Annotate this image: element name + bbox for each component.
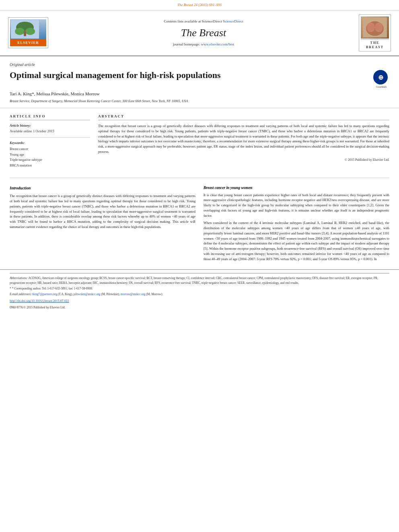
svg-point-8: [375, 23, 383, 32]
sciencedirect-line: Contents lists available at ScienceDirec…: [48, 19, 359, 24]
email-pilewskie-name: (M. Pilewskie),: [101, 292, 120, 296]
divider: [10, 137, 90, 138]
homepage-link[interactable]: www.elsevier.com/brst: [201, 42, 234, 46]
email-label: E-mail addresses:: [10, 292, 31, 296]
keywords-label: Keywords:: [10, 141, 90, 146]
breast-cancer-para-1: It is clear that young breast cancer pat…: [204, 193, 389, 218]
introduction-heading: Introduction: [10, 185, 195, 191]
body-left-col: Introduction The recognition that breast…: [10, 185, 195, 264]
abbreviations-label: Abbreviations:: [10, 276, 28, 280]
years-text: years: [362, 226, 369, 230]
journal-header: ELSEVIER Contents lists available at Sci…: [0, 10, 399, 56]
corresponding-line: * * Corresponding author. Tel: 1-617-632…: [10, 286, 389, 291]
breast-logo-text: THE BREAST: [361, 39, 389, 49]
journal-title: The Breast: [48, 26, 359, 40]
keyword-4: BRCA mutation: [10, 163, 90, 168]
article-info-abstract-area: ARTICLE INFO Article history: Available …: [0, 108, 399, 174]
email-morrow-name: (M. Morrow).: [146, 292, 163, 296]
section-divider: [10, 178, 389, 178]
breast-cancer-para-2: When considered in the context of the 4 …: [204, 220, 389, 261]
email-pilewskie-link[interactable]: pilewskm@mskcc.org: [74, 292, 101, 296]
abbreviations-text: ACDSOG, American college of surgeons onc…: [10, 276, 378, 284]
copyright: © 2015 Published by Elsevier Ltd.: [98, 158, 389, 162]
email-king-link[interactable]: tking7@partners.org: [32, 292, 57, 296]
abstract-text: The recognition that breast cancer is a …: [98, 123, 389, 154]
email-king-name: (T.A. King),: [58, 292, 74, 296]
crossmark-badge: ⊕ CrossMark: [373, 70, 389, 88]
history-label: Article history:: [10, 123, 90, 128]
keyword-1: Breast cancer: [10, 146, 90, 152]
keywords-list: Breast cancer Young age Triple-negative …: [10, 146, 90, 168]
doi-line: http://dx.doi.org/10.1016/j.breast.2015.…: [10, 299, 389, 304]
crossmark-circle: ⊕: [373, 70, 388, 84]
journal-title-area: Contents lists available at ScienceDirec…: [48, 19, 359, 47]
issn-line: 0960-9776/© 2015 Published by Elsevier L…: [10, 305, 389, 310]
crossmark-icon: ⊕: [375, 72, 386, 83]
svg-point-7: [367, 23, 375, 32]
journal-citation: The Breast 24 (2015) S91–S95: [177, 3, 222, 7]
footer-area: Abbreviations: ACDSOG, American college …: [0, 269, 399, 313]
breast-journal-logo: THE BREAST: [359, 14, 391, 51]
authors: Tari A. King*, Melissa Pilewskie, Monica…: [10, 91, 389, 97]
affiliation: Breast Service, Department of Surgery, M…: [10, 99, 389, 104]
homepage-line: journal homepage: www.elsevier.com/brst: [48, 42, 359, 47]
sciencedirect-link[interactable]: ScienceDirect: [223, 19, 243, 23]
article-title: Optimal surgical management for high-ris…: [10, 70, 369, 80]
svg-point-2: [15, 28, 25, 35]
email-morrow-link[interactable]: morrow@mskcc.org: [121, 292, 146, 296]
elsevier-logo: ELSEVIER: [8, 17, 48, 48]
breast-cancer-young-women-heading: Breast cancer in young women: [204, 185, 389, 191]
svg-point-3: [25, 28, 35, 35]
journal-citation-bar: The Breast 24 (2015) S91–S95: [0, 0, 399, 10]
introduction-paragraph-1: The recognition that breast cancer is a …: [10, 193, 195, 229]
abstract-label: ABSTRACT: [98, 114, 389, 121]
abbreviations-line: Abbreviations: ACDSOG, American college …: [10, 276, 389, 285]
email-line: E-mail addresses: tking7@partners.org (T…: [10, 292, 389, 296]
keyword-3: Triple-negative subtype: [10, 157, 90, 163]
history-value: Available online 1 October 2015: [10, 129, 90, 134]
article-header: Original article Optimal surgical manage…: [0, 56, 399, 108]
keyword-2: Young age: [10, 152, 90, 158]
article-info-label: ARTICLE INFO: [10, 114, 90, 121]
svg-rect-4: [24, 31, 26, 36]
footnotes: Abbreviations: ACDSOG, American college …: [10, 273, 389, 310]
abstract-col: ABSTRACT The recognition that breast can…: [98, 114, 389, 168]
breast-journal-image: [363, 17, 387, 37]
body-content: Introduction The recognition that breast…: [0, 182, 399, 267]
corresponding-label: * Corresponding author.: [12, 287, 41, 290]
article-info-col: ARTICLE INFO Article history: Available …: [10, 114, 90, 168]
svg-text:⊕: ⊕: [378, 74, 383, 81]
article-type: Original article: [10, 62, 389, 68]
elsevier-brand-text: ELSEVIER: [10, 39, 46, 46]
elsevier-tree-icon: [11, 20, 39, 39]
corresponding-text: Tel: 1-617-632-3891; fax: 1-617-58-9969.: [42, 287, 93, 290]
crossmark-label: CrossMark: [373, 85, 389, 88]
doi-link[interactable]: http://dx.doi.org/10.1016/j.breast.2015.…: [10, 299, 69, 303]
body-right-col: Breast cancer in young women It is clear…: [204, 185, 389, 264]
